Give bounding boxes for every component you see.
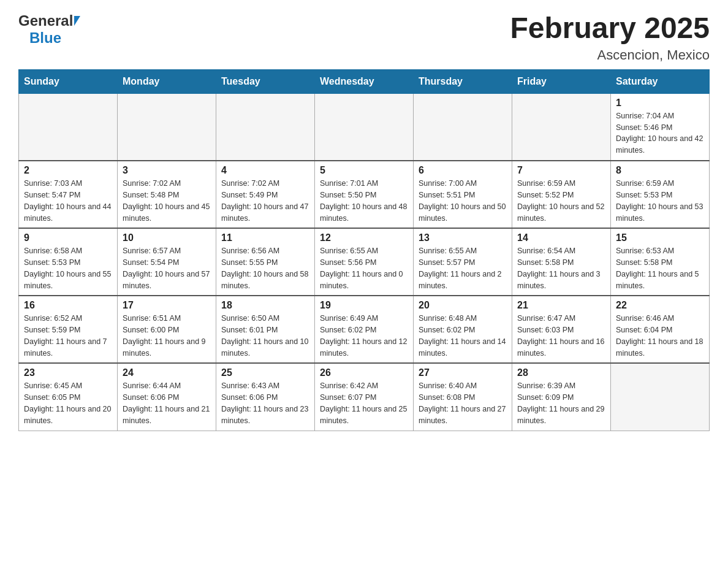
calendar-week-2: 2Sunrise: 7:03 AMSunset: 5:47 PMDaylight… <box>19 161 710 228</box>
day-number: 13 <box>419 232 507 243</box>
logo: General Blue <box>18 12 80 47</box>
day-info: Sunrise: 6:59 AMSunset: 5:53 PMDaylight:… <box>616 178 704 224</box>
day-info: Sunrise: 6:50 AMSunset: 6:01 PMDaylight:… <box>221 313 309 359</box>
calendar-cell: 18Sunrise: 6:50 AMSunset: 6:01 PMDayligh… <box>216 296 315 363</box>
day-info: Sunrise: 6:57 AMSunset: 5:54 PMDaylight:… <box>123 245 211 291</box>
day-number: 23 <box>24 367 112 378</box>
calendar-cell: 3Sunrise: 7:02 AMSunset: 5:48 PMDaylight… <box>118 161 216 228</box>
day-info: Sunrise: 6:49 AMSunset: 6:02 PMDaylight:… <box>320 313 408 359</box>
calendar-cell: 20Sunrise: 6:48 AMSunset: 6:02 PMDayligh… <box>414 296 512 363</box>
weekday-header-row: SundayMondayTuesdayWednesdayThursdayFrid… <box>19 69 710 93</box>
calendar-cell: 21Sunrise: 6:47 AMSunset: 6:03 PMDayligh… <box>512 296 611 363</box>
weekday-header-sunday: Sunday <box>19 69 118 93</box>
day-number: 27 <box>419 367 507 378</box>
calendar-cell: 19Sunrise: 6:49 AMSunset: 6:02 PMDayligh… <box>315 296 414 363</box>
calendar-week-3: 9Sunrise: 6:58 AMSunset: 5:53 PMDaylight… <box>19 228 710 296</box>
logo-blue-text: Blue <box>29 29 61 46</box>
calendar-cell: 17Sunrise: 6:51 AMSunset: 6:00 PMDayligh… <box>118 296 216 363</box>
day-info: Sunrise: 6:52 AMSunset: 5:59 PMDaylight:… <box>24 313 112 359</box>
day-number: 3 <box>123 165 211 176</box>
day-number: 11 <box>221 232 309 243</box>
weekday-header-tuesday: Tuesday <box>216 69 315 93</box>
calendar-cell: 25Sunrise: 6:43 AMSunset: 6:06 PMDayligh… <box>216 363 315 431</box>
day-number: 16 <box>24 300 112 311</box>
calendar-cell: 11Sunrise: 6:56 AMSunset: 5:55 PMDayligh… <box>216 228 315 296</box>
calendar-week-5: 23Sunrise: 6:45 AMSunset: 6:05 PMDayligh… <box>19 363 710 431</box>
day-number: 17 <box>123 300 211 311</box>
calendar-cell: 6Sunrise: 7:00 AMSunset: 5:51 PMDaylight… <box>414 161 512 228</box>
weekday-header-friday: Friday <box>512 69 611 93</box>
day-info: Sunrise: 6:43 AMSunset: 6:06 PMDaylight:… <box>221 380 309 426</box>
day-info: Sunrise: 6:42 AMSunset: 6:07 PMDaylight:… <box>320 380 408 426</box>
calendar-cell: 14Sunrise: 6:54 AMSunset: 5:58 PMDayligh… <box>512 228 611 296</box>
location-subtitle: Ascencion, Mexico <box>510 47 710 63</box>
day-number: 26 <box>320 367 408 378</box>
calendar-cell <box>611 363 710 431</box>
logo-triangle-icon <box>74 16 80 26</box>
day-info: Sunrise: 6:58 AMSunset: 5:53 PMDaylight:… <box>24 245 112 291</box>
calendar-cell: 9Sunrise: 6:58 AMSunset: 5:53 PMDaylight… <box>19 228 118 296</box>
calendar-cell <box>118 93 216 161</box>
calendar-cell: 26Sunrise: 6:42 AMSunset: 6:07 PMDayligh… <box>315 363 414 431</box>
day-number: 14 <box>517 232 605 243</box>
calendar-cell: 28Sunrise: 6:39 AMSunset: 6:09 PMDayligh… <box>512 363 611 431</box>
day-number: 10 <box>123 232 211 243</box>
calendar-cell: 5Sunrise: 7:01 AMSunset: 5:50 PMDaylight… <box>315 161 414 228</box>
day-number: 9 <box>24 232 112 243</box>
calendar-week-1: 1Sunrise: 7:04 AMSunset: 5:46 PMDaylight… <box>19 93 710 161</box>
page-header: General Blue February 2025 Ascencion, Me… <box>18 12 710 63</box>
day-number: 6 <box>419 165 507 176</box>
calendar-cell: 13Sunrise: 6:55 AMSunset: 5:57 PMDayligh… <box>414 228 512 296</box>
calendar-cell: 22Sunrise: 6:46 AMSunset: 6:04 PMDayligh… <box>611 296 710 363</box>
day-info: Sunrise: 6:51 AMSunset: 6:00 PMDaylight:… <box>123 313 211 359</box>
day-info: Sunrise: 7:02 AMSunset: 5:49 PMDaylight:… <box>221 178 309 224</box>
calendar-cell: 23Sunrise: 6:45 AMSunset: 6:05 PMDayligh… <box>19 363 118 431</box>
day-info: Sunrise: 6:44 AMSunset: 6:06 PMDaylight:… <box>123 380 211 426</box>
day-info: Sunrise: 6:47 AMSunset: 6:03 PMDaylight:… <box>517 313 605 359</box>
day-info: Sunrise: 7:04 AMSunset: 5:46 PMDaylight:… <box>616 110 704 156</box>
calendar-cell <box>414 93 512 161</box>
day-number: 8 <box>616 165 704 176</box>
day-info: Sunrise: 6:55 AMSunset: 5:56 PMDaylight:… <box>320 245 408 291</box>
calendar-cell <box>512 93 611 161</box>
day-number: 15 <box>616 232 704 243</box>
day-info: Sunrise: 6:59 AMSunset: 5:52 PMDaylight:… <box>517 178 605 224</box>
calendar-cell <box>315 93 414 161</box>
calendar-cell <box>19 93 118 161</box>
calendar-cell: 15Sunrise: 6:53 AMSunset: 5:58 PMDayligh… <box>611 228 710 296</box>
day-number: 12 <box>320 232 408 243</box>
calendar-cell: 12Sunrise: 6:55 AMSunset: 5:56 PMDayligh… <box>315 228 414 296</box>
weekday-header-monday: Monday <box>118 69 216 93</box>
calendar-cell: 4Sunrise: 7:02 AMSunset: 5:49 PMDaylight… <box>216 161 315 228</box>
day-info: Sunrise: 6:55 AMSunset: 5:57 PMDaylight:… <box>419 245 507 291</box>
day-number: 5 <box>320 165 408 176</box>
month-title: February 2025 <box>510 12 710 45</box>
day-info: Sunrise: 6:56 AMSunset: 5:55 PMDaylight:… <box>221 245 309 291</box>
day-number: 1 <box>616 98 704 109</box>
day-info: Sunrise: 6:39 AMSunset: 6:09 PMDaylight:… <box>517 380 605 426</box>
calendar-cell: 16Sunrise: 6:52 AMSunset: 5:59 PMDayligh… <box>19 296 118 363</box>
day-number: 28 <box>517 367 605 378</box>
day-number: 2 <box>24 165 112 176</box>
calendar-cell: 2Sunrise: 7:03 AMSunset: 5:47 PMDaylight… <box>19 161 118 228</box>
day-info: Sunrise: 6:45 AMSunset: 6:05 PMDaylight:… <box>24 380 112 426</box>
day-info: Sunrise: 6:48 AMSunset: 6:02 PMDaylight:… <box>419 313 507 359</box>
day-number: 24 <box>123 367 211 378</box>
day-info: Sunrise: 7:00 AMSunset: 5:51 PMDaylight:… <box>419 178 507 224</box>
calendar-cell: 24Sunrise: 6:44 AMSunset: 6:06 PMDayligh… <box>118 363 216 431</box>
weekday-header-thursday: Thursday <box>414 69 512 93</box>
calendar-cell: 1Sunrise: 7:04 AMSunset: 5:46 PMDaylight… <box>611 93 710 161</box>
calendar-cell: 10Sunrise: 6:57 AMSunset: 5:54 PMDayligh… <box>118 228 216 296</box>
day-number: 18 <box>221 300 309 311</box>
day-number: 22 <box>616 300 704 311</box>
day-info: Sunrise: 6:53 AMSunset: 5:58 PMDaylight:… <box>616 245 704 291</box>
logo-general-text: General <box>18 12 73 29</box>
calendar-cell: 7Sunrise: 6:59 AMSunset: 5:52 PMDaylight… <box>512 161 611 228</box>
calendar-week-4: 16Sunrise: 6:52 AMSunset: 5:59 PMDayligh… <box>19 296 710 363</box>
day-info: Sunrise: 6:40 AMSunset: 6:08 PMDaylight:… <box>419 380 507 426</box>
day-number: 21 <box>517 300 605 311</box>
day-info: Sunrise: 7:02 AMSunset: 5:48 PMDaylight:… <box>123 178 211 224</box>
calendar-cell: 27Sunrise: 6:40 AMSunset: 6:08 PMDayligh… <box>414 363 512 431</box>
calendar-cell: 8Sunrise: 6:59 AMSunset: 5:53 PMDaylight… <box>611 161 710 228</box>
day-info: Sunrise: 7:01 AMSunset: 5:50 PMDaylight:… <box>320 178 408 224</box>
